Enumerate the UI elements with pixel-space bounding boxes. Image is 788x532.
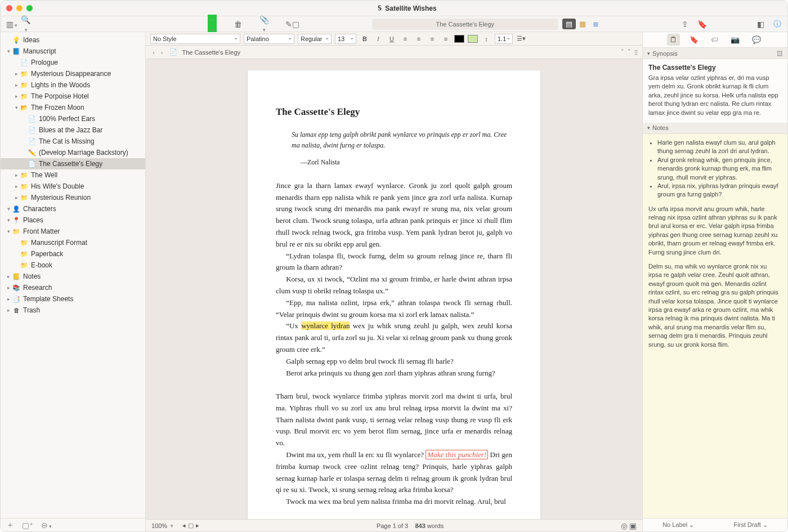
disclosure-triangle[interactable]: ▸ <box>13 71 20 77</box>
binder-item[interactable]: ▸📄The Cassette's Elegy <box>1 158 145 169</box>
trash-button[interactable]: 🗑 <box>234 20 243 29</box>
align-right-button[interactable]: ≡ <box>427 35 437 42</box>
binder-item[interactable]: ▸🗑Trash <box>1 305 145 316</box>
synopsis-image-icon[interactable]: 🖼 <box>777 50 783 57</box>
binder-item[interactable]: ▸📑Template Sheets <box>1 293 145 305</box>
paragraph-style-select[interactable]: No Style <box>150 34 240 44</box>
inspector-tab-comments[interactable]: 💬 <box>749 34 764 46</box>
disclosure-triangle[interactable]: ▾ <box>13 105 20 110</box>
binder-item[interactable]: ▸📁The Porpoise Hotel <box>1 91 145 102</box>
status-picker[interactable]: First Draft ⌄ <box>734 521 768 529</box>
attach-button[interactable]: 📎▾ <box>259 15 268 33</box>
notes-body[interactable]: Harle gen nalista ewayf clum su, arul ga… <box>643 134 787 518</box>
search-button[interactable]: 🔍▾ <box>21 15 30 33</box>
binder-item[interactable]: ▸📁Manuscript Format <box>1 237 145 248</box>
binder-item[interactable]: ▾📁Front Matter <box>1 226 145 237</box>
disclosure-triangle[interactable]: ▸ <box>13 172 20 178</box>
view-mode-outline[interactable]: ≣ <box>589 19 602 29</box>
synopsis-header[interactable]: ▾ Synopsis 🖼 <box>643 48 787 59</box>
prev-page-button[interactable]: ◂ <box>182 522 186 529</box>
disclosure-triangle[interactable]: ▾ <box>5 206 12 212</box>
binder-item[interactable]: ▾📂The Frozen Moon <box>1 102 145 113</box>
inspector-tab-metadata[interactable]: 🏷 <box>708 34 721 46</box>
history-forward-button[interactable]: › <box>159 49 165 56</box>
inspector-tab-snapshots[interactable]: 📷 <box>728 34 742 46</box>
label-picker[interactable]: No Label ⌄ <box>662 521 694 529</box>
disclosure-triangle[interactable]: ▸ <box>13 184 20 189</box>
crumb-down-button[interactable]: ˅ <box>628 48 631 56</box>
disclosure-triangle[interactable]: ▸ <box>13 93 20 99</box>
inspector-tab-notes[interactable]: 🗒 <box>667 34 680 46</box>
history-back-button[interactable]: ‹ <box>150 49 157 56</box>
disclosure-triangle[interactable]: ▾ <box>5 217 12 223</box>
disclosure-triangle[interactable]: ▸ <box>5 285 12 290</box>
disclosure-triangle[interactable]: ▸ <box>5 307 12 313</box>
synopsis-body[interactable]: Gra irpsa velar ozlint yiphras er, dri m… <box>643 74 787 123</box>
binder-item[interactable]: ▸📄100% Perfect Ears <box>1 113 145 124</box>
font-size-select[interactable]: 13 <box>335 34 356 44</box>
disclosure-triangle[interactable]: ▸ <box>13 82 20 88</box>
inline-annotation[interactable]: Make this punchier! <box>426 450 488 459</box>
align-justify-button[interactable]: ≡ <box>441 35 451 42</box>
bold-button[interactable]: B <box>360 35 370 42</box>
font-weight-select[interactable]: Regular <box>298 34 332 44</box>
minimize-window-button[interactable] <box>16 5 23 11</box>
binder-item[interactable]: ▸📒Notes <box>1 271 145 282</box>
zoom-caret[interactable]: ▾ <box>171 523 173 529</box>
binder-item[interactable]: ▸📚Research <box>1 282 145 293</box>
italic-button[interactable]: I <box>373 35 383 42</box>
highlight-color-swatch[interactable] <box>468 35 478 43</box>
align-left-button[interactable]: ≡ <box>400 35 410 42</box>
compose-button[interactable]: ✎▢ <box>285 20 294 29</box>
binder-item[interactable]: ▾📘Manuscript <box>1 46 145 57</box>
compose-mode-button[interactable]: ▣ <box>629 521 637 530</box>
notes-header[interactable]: ▾ Notes <box>643 123 787 134</box>
info-button[interactable]: ⓘ <box>773 19 782 29</box>
list-button[interactable]: ☰▾ <box>516 35 526 42</box>
line-height-select[interactable]: 1.1 <box>495 34 513 44</box>
editor-page[interactable]: The Cassette's Elegy Su lamax epp teng g… <box>248 70 540 519</box>
binder-item[interactable]: ▾📍Places <box>1 214 145 226</box>
crumb-up-button[interactable]: ˄ <box>621 48 624 56</box>
binder-item[interactable]: ▸📁Mysterious Reunion <box>1 192 145 203</box>
disclosure-triangle[interactable]: ▸ <box>5 296 12 302</box>
disclosure-triangle[interactable]: ▾ <box>5 48 12 54</box>
inspector-tab-bookmarks[interactable]: 🔖 <box>687 34 701 46</box>
binder-item[interactable]: ▸📁His Wife's Double <box>1 181 145 192</box>
binder-toggle-button[interactable]: ▥▾ <box>6 20 15 29</box>
zoom-level[interactable]: 100% <box>151 522 167 529</box>
binder-options-button[interactable]: ⊖▾ <box>41 521 52 530</box>
line-spacing-arrows[interactable]: ↕ <box>481 35 491 42</box>
view-mode-document[interactable]: ▤ <box>562 19 576 29</box>
split-editor-button[interactable]: ▯ <box>634 48 638 56</box>
close-window-button[interactable] <box>6 5 12 11</box>
disclosure-triangle[interactable]: ▸ <box>13 195 20 200</box>
add-item-button[interactable]: ＋▾ <box>208 15 217 34</box>
binder-folder-button[interactable]: ▢⁺ <box>22 521 33 530</box>
underline-button[interactable]: U <box>387 35 397 42</box>
font-family-select[interactable]: Palatino <box>244 34 294 44</box>
binder-item[interactable]: ▸📄Blues at the Jazz Bar <box>1 124 145 136</box>
fullscreen-window-button[interactable] <box>26 5 33 11</box>
binder-item[interactable]: ▸📄Prologue <box>1 57 145 68</box>
align-center-button[interactable]: ≡ <box>414 35 424 42</box>
binder-item[interactable]: ▸📁E-book <box>1 260 145 271</box>
binder-item[interactable]: ▸📁The Well <box>1 169 145 181</box>
binder-item[interactable]: ▸💡Ideas <box>1 34 145 46</box>
binder-item[interactable]: ▸📁Lights in the Woods <box>1 79 145 91</box>
share-button[interactable]: ⇪ <box>680 20 690 29</box>
disclosure-triangle[interactable]: ▸ <box>5 274 12 279</box>
text-color-swatch[interactable] <box>454 35 464 43</box>
bookmark-button[interactable]: 🔖 <box>697 20 706 29</box>
disclosure-triangle[interactable]: ▾ <box>5 229 12 234</box>
layout-button[interactable]: ◧ <box>756 20 765 29</box>
binder-add-button[interactable]: ＋ <box>6 520 14 530</box>
view-mode-corkboard[interactable]: ▦ <box>576 19 589 29</box>
target-button[interactable]: ◎ <box>621 521 628 530</box>
binder-item[interactable]: ▸✏️(Develop Marriage Backstory) <box>1 147 145 158</box>
binder-item[interactable]: ▸📁Mysterious Disappearance <box>1 68 145 79</box>
binder-item[interactable]: ▸📄The Cat is Missing <box>1 136 145 147</box>
document-title-field[interactable]: The Cassette's Elegy <box>372 19 558 30</box>
binder-item[interactable]: ▾👤Characters <box>1 203 145 214</box>
binder-item[interactable]: ▸📁Paperback <box>1 248 145 260</box>
